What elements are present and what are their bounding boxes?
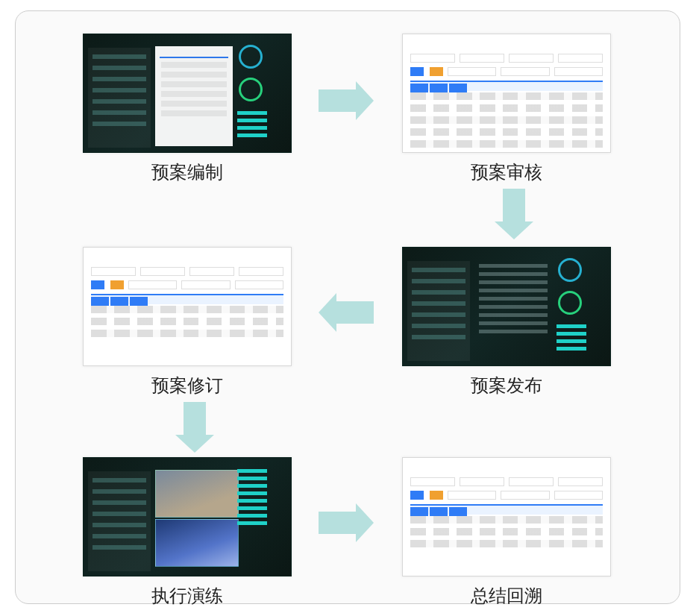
thumb-summary — [402, 457, 611, 576]
arrow-compile-review — [319, 81, 374, 120]
step-compile: 预案编制 — [83, 34, 292, 184]
caption-review: 预案审核 — [471, 160, 542, 184]
diagram-frame: 预案编制 预案审核 — [15, 10, 680, 604]
caption-drill: 执行演练 — [151, 584, 223, 608]
caption-publish: 预案发布 — [471, 374, 542, 397]
step-summary: 总结回溯 — [402, 457, 611, 608]
arrow-drill-summary — [319, 503, 374, 542]
caption-revise: 预案修订 — [151, 374, 223, 397]
arrow-review-publish — [495, 189, 533, 239]
thumb-compile — [83, 34, 292, 153]
step-revise: 预案修订 — [83, 247, 292, 397]
step-drill: 执行演练 — [83, 457, 292, 608]
arrow-revise-drill — [175, 402, 214, 453]
caption-compile: 预案编制 — [151, 160, 223, 184]
thumb-drill — [83, 457, 292, 576]
caption-summary: 总结回溯 — [471, 584, 542, 608]
step-review: 预案审核 — [402, 34, 611, 184]
thumb-publish — [402, 247, 611, 366]
thumb-revise — [83, 247, 292, 366]
step-publish: 预案发布 — [402, 247, 611, 397]
thumb-review — [402, 34, 611, 153]
arrow-publish-revise — [319, 293, 374, 332]
